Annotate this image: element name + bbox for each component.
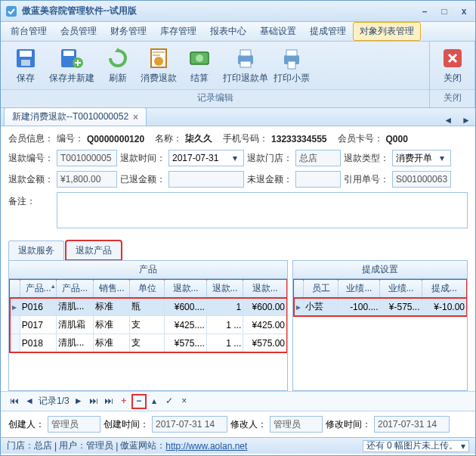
status-store-label: 门店：	[7, 439, 34, 452]
svg-rect-13	[240, 50, 251, 56]
svg-point-8	[154, 57, 163, 66]
refund-store-field: 总店	[295, 150, 341, 166]
status-site-label: 傲蓝网站：	[120, 439, 165, 452]
table-row[interactable]: ▸P016清肌...标准瓶¥600....1¥600.00	[10, 298, 287, 316]
close-doc-button[interactable]: 关闭	[434, 45, 470, 86]
refund-store-label: 退款门店：	[247, 152, 292, 165]
svg-rect-16	[286, 50, 297, 56]
status-user: 管理员	[86, 439, 113, 452]
tab-refund-service[interactable]: 退款服务	[8, 240, 64, 260]
commission-grid[interactable]: 员工 业绩... 业绩... 提成... ▸小芸-100....¥-575...…	[293, 279, 467, 316]
status-user-label: 用户：	[59, 439, 86, 452]
print-receipt-button[interactable]: 打印小票	[271, 45, 312, 86]
save-new-button[interactable]: 保存并新建	[46, 45, 97, 86]
pager-end[interactable]: ⏭	[103, 396, 115, 408]
ref-field[interactable]: S0010000632	[392, 171, 451, 188]
menu-member[interactable]: 会员管理	[54, 22, 104, 41]
save-new-icon	[60, 46, 84, 70]
refund-type-field[interactable]: 消费开单▾	[392, 150, 451, 166]
window-title: 傲蓝美容院管理软件--试用版	[22, 5, 418, 17]
chevron-down-icon[interactable]: ▾	[230, 153, 240, 163]
menu-commission[interactable]: 提成管理	[303, 22, 353, 41]
member-phone-label: 手机号码：	[223, 132, 268, 145]
creator-label: 创建人：	[8, 418, 45, 431]
refund-no-label: 退款编号：	[8, 152, 54, 165]
printer-icon	[233, 46, 258, 70]
maximize-button[interactable]: □	[437, 6, 451, 17]
close-button[interactable]: x	[457, 6, 471, 17]
refunded-field	[168, 171, 244, 188]
refund-amount-field: ¥1,800.00	[57, 171, 117, 188]
commission-grid-title: 提成设置	[293, 261, 467, 279]
tab-refund-product[interactable]: 退款产品	[66, 240, 122, 260]
member-name: 柒久久	[185, 132, 212, 145]
close-icon	[440, 46, 465, 70]
table-row[interactable]: P018清肌...标准支¥575....1 ...¥575.00	[10, 334, 287, 352]
refund-time-field[interactable]: 2017-07-31▾	[168, 150, 244, 166]
product-grid-title: 产品	[9, 261, 287, 279]
remark-textarea[interactable]	[57, 192, 468, 228]
status-store: 总店	[34, 439, 52, 452]
svg-rect-0	[6, 6, 17, 17]
svg-rect-17	[288, 61, 295, 69]
refunded-label: 已退金额：	[120, 173, 165, 186]
tab-nav-left[interactable]: ◄	[439, 115, 457, 126]
member-phone: 13233334555	[271, 134, 326, 144]
modifier-label: 修改人：	[230, 418, 267, 431]
settle-button[interactable]: 结算	[179, 45, 220, 86]
refund-icon	[147, 46, 171, 70]
printer2-icon	[280, 46, 304, 70]
refund-no-field: T001000005	[57, 150, 117, 166]
pager-last[interactable]: ⏭	[88, 396, 100, 408]
print-refund-button[interactable]: 打印退款单	[220, 45, 271, 86]
svg-rect-2	[20, 51, 32, 57]
upload-status-dropdown[interactable]: 还有 0 幅图片未上传。▾	[363, 440, 469, 452]
mtime-label: 修改时间：	[326, 418, 371, 431]
pager-add[interactable]: +	[118, 396, 130, 408]
menu-finance[interactable]: 财务管理	[104, 22, 153, 41]
pager-first[interactable]: ⏮	[8, 396, 20, 408]
pager-remove[interactable]: −	[133, 396, 145, 408]
member-info-label: 会员信息：	[8, 132, 54, 145]
pager-check[interactable]: ✓	[163, 396, 175, 408]
tab-nav-right[interactable]: ►	[457, 115, 475, 126]
chevron-down-icon[interactable]: ▾	[437, 153, 447, 163]
menu-objectlist[interactable]: 对象列表管理	[353, 22, 421, 41]
minimize-button[interactable]: –	[418, 6, 431, 17]
status-site-link[interactable]: http://www.aolan.net	[165, 441, 247, 451]
member-name-label: 名称：	[155, 132, 182, 145]
ref-label: 引用单号：	[344, 173, 389, 186]
tab-close-icon[interactable]: ×	[133, 112, 138, 123]
menu-stock[interactable]: 库存管理	[153, 22, 203, 41]
document-tab-label: 新建消费退款--T0010000052	[12, 110, 128, 123]
app-icon	[5, 5, 17, 17]
member-id: Q0000000120	[87, 134, 144, 144]
pager-text: 记录1/3	[39, 395, 70, 408]
creator-field: 管理员	[48, 416, 100, 433]
svg-rect-5	[63, 51, 74, 56]
remark-label: 备注：	[8, 192, 54, 208]
document-tab[interactable]: 新建消费退款--T0010000052 ×	[4, 107, 147, 126]
menu-front[interactable]: 前台管理	[4, 22, 54, 41]
pager-edit[interactable]: ▴	[148, 396, 160, 408]
ribbon-group-edit-label: 记录编辑	[1, 89, 429, 107]
save-button[interactable]: 保存	[5, 45, 46, 86]
settle-icon	[187, 46, 212, 70]
product-grid[interactable]: 产品...▴ 产品... 销售... 单位 退款... 退款... 退款... …	[9, 279, 287, 352]
menu-report[interactable]: 报表中心	[203, 22, 253, 41]
menubar: 前台管理 会员管理 财务管理 库存管理 报表中心 基础设置 提成管理 对象列表管…	[1, 22, 475, 42]
refresh-button[interactable]: 刷新	[97, 45, 138, 86]
table-row[interactable]: P017清肌霜标准支¥425....1 ...¥425.00	[10, 316, 287, 334]
pager-next[interactable]: ►	[73, 396, 85, 408]
table-row[interactable]: ▸小芸-100....¥-575...¥-10.00	[294, 298, 467, 316]
svg-rect-14	[240, 61, 251, 67]
menu-base[interactable]: 基础设置	[253, 22, 303, 41]
member-id-label: 编号：	[57, 132, 84, 145]
pager-prev[interactable]: ◄	[23, 396, 36, 408]
refresh-icon	[106, 46, 130, 70]
ctime-field: 2017-07-31 14	[152, 416, 227, 433]
pager-cancel[interactable]: ×	[178, 396, 190, 408]
refund-button[interactable]: 消费退款	[138, 45, 179, 86]
member-card-label: 会员卡号：	[338, 132, 383, 145]
ribbon-group-close-label: 关闭	[430, 89, 474, 107]
